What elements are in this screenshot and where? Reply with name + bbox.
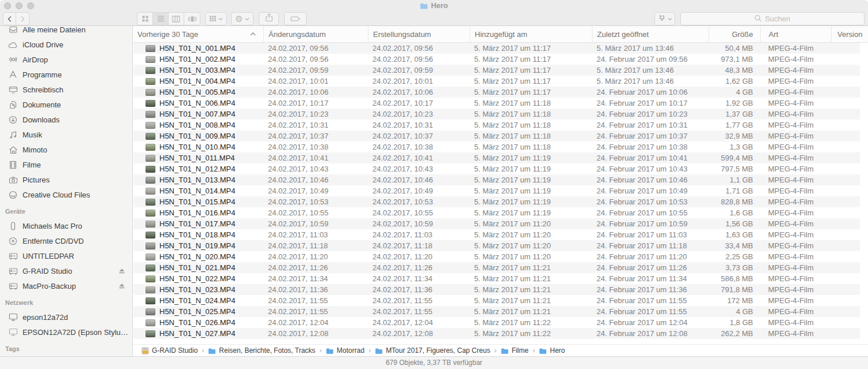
cell-name: H5N_T01_N_020.MP4 (133, 252, 263, 261)
file-row[interactable]: H5N_T01_N_023.MP424.02.2017, 11:3624.02.… (133, 284, 860, 295)
file-row[interactable]: H5N_T01_N_025.MP424.02.2017, 11:5524.02.… (133, 306, 860, 317)
zoom-button[interactable] (27, 2, 34, 9)
minimize-button[interactable] (16, 2, 23, 9)
tag-button[interactable] (284, 12, 307, 25)
share-button[interactable] (259, 12, 279, 25)
dropbox-button[interactable] (654, 12, 675, 25)
sidebar-item-label: Creative Cloud Files (23, 191, 90, 199)
file-row[interactable]: H5N_T01_N_022.MP424.02.2017, 11:3424.02.… (133, 273, 860, 284)
sidebar-item-pictures[interactable]: Pictures (0, 172, 132, 187)
column-header-hinzugef-gt-am[interactable]: Hinzugefügt am (470, 26, 592, 42)
sidebar-item-downloads[interactable]: Downloads (0, 112, 132, 127)
sidebar-item-untitledpar[interactable]: UNTITLEDPAR (0, 248, 132, 263)
column-header-art[interactable]: Art (760, 26, 831, 42)
path-item[interactable]: Reisen, Berichte, Fotos, Tracks (208, 346, 315, 355)
sidebar-item-filme[interactable]: Filme (0, 157, 132, 172)
file-row[interactable]: H5N_T01_N_006.MP424.02.2017, 10:1724.02.… (133, 98, 860, 109)
sidebar-item-dokumente[interactable]: Dokumente (0, 97, 132, 112)
coverflow-view-button[interactable] (184, 13, 200, 25)
list-view-button[interactable] (153, 13, 169, 25)
file-row[interactable]: H5N_T01_N_024.MP424.02.2017, 11:5524.02.… (133, 295, 860, 306)
sidebar-item-macpro-backup[interactable]: MacPro-Backup (0, 278, 132, 293)
column-header-label: Erstellungsdatum (373, 30, 431, 39)
sidebar-item-schreibtisch[interactable]: Schreibtisch (0, 82, 132, 97)
file-row[interactable]: H5N_T01_N_014.MP424.02.2017, 10:4924.02.… (133, 185, 860, 196)
sidebar-item-entfernte-cd-dvd[interactable]: Entfernte CD/DVD (0, 233, 132, 248)
path-item[interactable]: Motorrad (326, 346, 364, 355)
sidebar-item-creative-cloud-files[interactable]: Creative Cloud Files (0, 187, 132, 202)
path-item[interactable]: Hero (539, 346, 565, 355)
close-button[interactable] (4, 2, 11, 9)
sidebar-item-epson12a72d-epson-stylu[interactable]: EPSON12A72D (Epson Stylu… (0, 325, 132, 340)
path-item[interactable]: G-RAID Studio (141, 346, 198, 355)
file-row[interactable]: H5N_T01_N_013.MP424.02.2017, 10:4624.02.… (133, 174, 860, 185)
search-field: Suchen (680, 12, 865, 25)
action-button[interactable]: ⚙ (231, 12, 254, 25)
file-row[interactable]: H5N_T01_N_020.MP424.02.2017, 11:2024.02.… (133, 251, 860, 262)
cell-added: 5. März 2017 um 11:21 (470, 285, 592, 294)
file-row[interactable]: H5N_T01_N_003.MP424.02.2017, 09:5924.02.… (133, 65, 860, 76)
path-item[interactable]: Filme (501, 346, 528, 355)
video-thumbnail-icon (146, 319, 155, 326)
sidebar-item-g-raid-studio[interactable]: G-RAID Studio (0, 263, 132, 278)
cell-modified: 24.02.2017, 10:41 (263, 154, 368, 162)
sidebar-section: epson12a72dEPSON12A72D (Epson Stylu… (0, 310, 132, 340)
cell-created: 24.02.2017, 10:17 (368, 99, 470, 107)
cell-modified: 24.02.2017, 10:23 (263, 110, 368, 118)
file-row[interactable]: H5N_T01_N_009.MP424.02.2017, 10:3724.02.… (133, 131, 860, 141)
file-row[interactable]: H5N_T01_N_016.MP424.02.2017, 10:5524.02.… (133, 207, 860, 218)
column-header-version[interactable]: Version (831, 26, 868, 42)
scrollbar-gutter[interactable] (860, 43, 868, 339)
sidebar-item-icloud-drive[interactable]: iCloud Drive (0, 37, 132, 52)
cell-size: 599,4 MB (709, 154, 760, 162)
file-row[interactable]: H5N_T01_N_005.MP424.02.2017, 10:0624.02.… (133, 87, 860, 98)
file-row[interactable]: H5N_T01_N_001.MP424.02.2017, 09:5624.02.… (133, 43, 860, 54)
file-row[interactable]: H5N_T01_N_007.MP424.02.2017, 10:2324.02.… (133, 109, 860, 120)
file-row[interactable]: H5N_T01_N_011.MP424.02.2017, 10:4124.02.… (133, 152, 860, 163)
file-row[interactable]: H5N_T01_N_018.MP424.02.2017, 11:0324.02.… (133, 229, 860, 240)
cell-opened: 24. Februar 2017 um 11:26 (592, 263, 709, 272)
group-button[interactable] (205, 12, 227, 25)
column-header-erstellungsdatum[interactable]: Erstellungsdatum (368, 26, 470, 42)
file-row[interactable]: H5N_T01_N_019.MP424.02.2017, 11:1824.02.… (133, 240, 860, 251)
eject-icon[interactable] (118, 283, 125, 289)
column-header-nderungsdatum[interactable]: Änderungsdatum (263, 26, 368, 42)
column-header-gr-e[interactable]: Größe (709, 26, 760, 42)
file-name: H5N_T01_N_003.MP4 (159, 66, 236, 74)
column-view-button[interactable] (169, 13, 184, 25)
video-thumbnail-icon (146, 297, 155, 304)
file-row[interactable]: H5N_T01_N_015.MP424.02.2017, 10:5324.02.… (133, 196, 860, 207)
sidebar-item-epson12a72d[interactable]: epson12a72d (0, 310, 132, 325)
file-row[interactable]: H5N_T01_N_010.MP424.02.2017, 10:3824.02.… (133, 141, 860, 152)
forward-button[interactable] (16, 13, 29, 25)
file-row[interactable]: H5N_T01_N_021.MP424.02.2017, 11:2624.02.… (133, 262, 860, 273)
sidebar-item-musik[interactable]: Musik (0, 127, 132, 142)
cell-modified: 24.02.2017, 10:17 (263, 99, 368, 107)
cell-kind: MPEG-4-Film (760, 55, 831, 64)
back-button[interactable] (3, 13, 16, 25)
file-row[interactable]: H5N_T01_N_002.MP424.02.2017, 09:5624.02.… (133, 54, 860, 65)
cell-opened: 24. Februar 2017 um 10:31 (592, 121, 709, 129)
sidebar-item-airdrop[interactable]: AirDrop (0, 52, 132, 67)
file-row[interactable]: H5N_T01_N_012.MP424.02.2017, 10:4324.02.… (133, 163, 860, 174)
file-row[interactable]: H5N_T01_N_026.MP424.02.2017, 12:0424.02.… (133, 317, 860, 328)
cell-modified: 24.02.2017, 10:59 (263, 219, 368, 228)
path-item[interactable]: MTour 2017, Figueres, Cap Creus (375, 346, 490, 355)
column-header-vorherige-30-tage[interactable]: Vorherige 30 Tage (133, 26, 263, 42)
eject-icon[interactable] (118, 268, 125, 274)
icon-view-button[interactable] (137, 13, 153, 25)
search-input[interactable] (681, 13, 864, 25)
cell-created: 24.02.2017, 11:55 (368, 307, 470, 316)
cell-added: 5. März 2017 um 11:21 (470, 263, 592, 272)
file-row[interactable]: H5N_T01_N_027.MP424.02.2017, 12:0824.02.… (133, 328, 860, 339)
sidebar-item-alle-meine-dateien[interactable]: Alle meine Dateien (0, 26, 132, 37)
cell-size: 1,71 GB (709, 187, 760, 195)
display-icon (8, 313, 18, 321)
sidebar-item-programme[interactable]: Programme (0, 67, 132, 82)
file-row[interactable]: H5N_T01_N_004.MP424.02.2017, 10:0124.02.… (133, 76, 860, 87)
sidebar-item-mimoto[interactable]: Mimoto (0, 142, 132, 157)
sidebar-item-michaels-mac-pro[interactable]: Michaels Mac Pro (0, 218, 132, 233)
file-row[interactable]: H5N_T01_N_008.MP424.02.2017, 10:3124.02.… (133, 120, 860, 131)
file-row[interactable]: H5N_T01_N_017.MP424.02.2017, 10:5924.02.… (133, 218, 860, 229)
column-header-zuletzt-ge-ffnet[interactable]: Zuletzt geöffnet (592, 26, 709, 42)
